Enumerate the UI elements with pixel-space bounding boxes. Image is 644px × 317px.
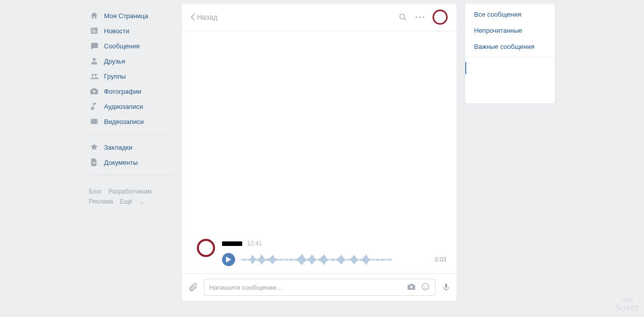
svg-rect-1 — [92, 29, 95, 30]
composer — [182, 273, 457, 301]
voice-message: 0:03 — [222, 253, 447, 266]
dialog-body: 12:41 0:03 — [182, 31, 457, 273]
bookmarks-icon — [89, 142, 99, 152]
svg-point-4 — [93, 58, 96, 61]
composer-field — [204, 279, 436, 296]
more-icon[interactable] — [415, 16, 424, 18]
filter-active[interactable] — [465, 60, 555, 76]
emoji-icon[interactable] — [421, 282, 430, 293]
nav-label: Закладки — [104, 144, 132, 151]
svg-point-6 — [94, 74, 97, 77]
message-filters: Все сообщения Непрочитанные Важные сообщ… — [465, 3, 555, 104]
photos-icon — [89, 86, 99, 96]
svg-point-17 — [415, 16, 417, 18]
news-icon — [89, 26, 99, 36]
home-icon — [89, 11, 99, 21]
message-input[interactable] — [209, 284, 407, 291]
camera-icon[interactable] — [407, 282, 416, 293]
nav-bookmarks[interactable]: Закладки — [89, 140, 174, 155]
sender-name-redacted[interactable] — [222, 241, 242, 246]
svg-rect-11 — [96, 119, 97, 120]
back-label: Назад — [197, 13, 218, 21]
nav-my-page[interactable]: Моя Страница — [89, 8, 174, 23]
footer-links: Блог Разработчикам Реклама Ещё⌄ — [89, 186, 174, 207]
search-icon[interactable] — [398, 13, 407, 22]
messages-icon — [89, 41, 99, 51]
svg-rect-12 — [96, 122, 97, 123]
nav-label: Моя Страница — [104, 12, 149, 20]
svg-point-7 — [93, 90, 95, 93]
nav-label: Фотографии — [104, 88, 141, 95]
footer-devs[interactable]: Разработчикам — [109, 188, 152, 195]
svg-point-18 — [419, 16, 420, 18]
footer-more[interactable]: Ещё⌄ — [120, 198, 149, 205]
back-button[interactable]: Назад — [191, 13, 218, 21]
nav-label: Документы — [104, 159, 138, 166]
nav-divider — [89, 175, 174, 175]
filter-important[interactable]: Важные сообщения — [465, 38, 555, 54]
dialog-header: Назад — [182, 4, 457, 31]
message-row: 12:41 0:03 — [197, 239, 447, 266]
nav-friends[interactable]: Друзья — [89, 53, 174, 69]
svg-point-15 — [400, 14, 405, 19]
voice-waveform[interactable] — [241, 253, 428, 266]
svg-point-21 — [422, 283, 429, 290]
filter-divider — [465, 57, 555, 57]
mic-icon[interactable] — [442, 282, 451, 292]
footer-ads[interactable]: Реклама — [89, 198, 113, 205]
sender-avatar[interactable] — [197, 239, 215, 257]
chevron-left-icon — [191, 14, 195, 21]
nav-audio[interactable]: Аудиозаписи — [89, 99, 174, 114]
svg-line-16 — [404, 19, 405, 20]
nav-divider — [89, 134, 174, 135]
filter-all[interactable]: Все сообщения — [465, 6, 555, 22]
svg-point-22 — [424, 285, 425, 286]
nav-label: Видеозаписи — [104, 118, 144, 125]
nav-groups[interactable]: Группы — [89, 69, 174, 84]
svg-point-20 — [410, 286, 412, 288]
footer-blog[interactable]: Блог — [89, 188, 102, 195]
nav-label: Аудиозаписи — [104, 103, 144, 110]
svg-rect-9 — [91, 119, 92, 120]
play-button[interactable] — [222, 253, 235, 266]
groups-icon — [89, 71, 99, 81]
docs-icon — [89, 157, 99, 167]
video-icon — [89, 116, 99, 126]
svg-rect-13 — [93, 162, 96, 162]
message-time: 12:41 — [247, 240, 262, 247]
svg-point-23 — [426, 285, 427, 286]
audio-icon — [89, 101, 99, 111]
nav-label: Друзья — [104, 57, 125, 65]
nav-label: Сообщения — [104, 42, 140, 50]
filter-unread[interactable]: Непрочитанные — [465, 22, 555, 38]
dialog-panel: Назад 12:41 — [181, 3, 457, 301]
nav-video[interactable]: Видеозаписи — [89, 114, 174, 129]
nav-label: Группы — [104, 73, 126, 80]
friends-icon — [89, 56, 99, 66]
filter-label: Все сообщения — [474, 11, 522, 18]
svg-point-19 — [422, 16, 424, 18]
svg-rect-24 — [445, 284, 447, 288]
svg-point-5 — [91, 74, 94, 77]
chevron-down-icon: ⌄ — [139, 197, 144, 207]
voice-duration: 0:03 — [435, 256, 446, 263]
nav-documents[interactable]: Документы — [89, 155, 174, 170]
svg-rect-14 — [93, 163, 96, 164]
peer-avatar[interactable] — [433, 10, 448, 25]
nav-messages[interactable]: Сообщения — [89, 38, 174, 53]
svg-rect-3 — [92, 32, 96, 32]
svg-rect-10 — [91, 122, 92, 123]
nav-news[interactable]: Новости — [89, 23, 174, 38]
svg-rect-2 — [92, 31, 96, 31]
nav-photos[interactable]: Фотографии — [89, 84, 174, 99]
play-icon — [226, 257, 231, 263]
filter-label: Важные сообщения — [474, 43, 535, 50]
filter-label: Непрочитанные — [474, 27, 523, 34]
attach-icon[interactable] — [188, 282, 198, 292]
left-sidebar: Моя Страница Новости Сообщения Друзья Гр… — [89, 3, 174, 301]
nav-label: Новости — [104, 27, 129, 35]
